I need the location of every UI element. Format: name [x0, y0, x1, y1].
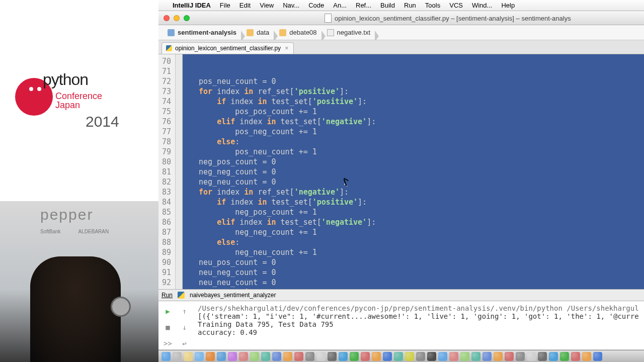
folder-icon [279, 29, 286, 36]
dock-app-icon[interactable] [339, 352, 348, 361]
window-titlebar: opinion_lexicon_sentiment_classifier.py … [158, 11, 644, 25]
menu-navigate[interactable]: Nav... [283, 2, 299, 9]
dock-app-icon[interactable] [527, 352, 536, 361]
minimize-window-button[interactable] [174, 15, 180, 21]
menu-build[interactable]: Build [380, 2, 395, 9]
breadcrumb-item[interactable]: sentiment-analysis [163, 29, 242, 36]
breadcrumb-label: sentiment-analysis [178, 29, 236, 36]
dock-app-icon[interactable] [460, 352, 469, 361]
breadcrumb-item[interactable]: negative.txt [322, 29, 376, 36]
dock-app-icon[interactable] [582, 352, 591, 361]
line-number: 77 [162, 127, 171, 137]
dock-app-icon[interactable] [383, 352, 392, 361]
dock-app-icon[interactable] [195, 352, 204, 361]
dock-app-icon[interactable] [593, 352, 602, 361]
line-number: 71 [162, 66, 171, 76]
dock-app-icon[interactable] [538, 352, 547, 361]
stop-button[interactable]: ■ [160, 320, 175, 334]
dock-app-icon[interactable] [162, 352, 171, 361]
rerun-button[interactable]: ▶ [160, 304, 175, 318]
dock-app-icon[interactable] [482, 352, 492, 361]
dock-app-icon[interactable] [372, 352, 381, 361]
code-editor[interactable]: 7071727374757677787980818283848586878889… [158, 54, 644, 289]
line-number: 78 [162, 137, 171, 147]
output-line: [({'stream': 1, "i've": 1, '#current....… [198, 312, 640, 320]
dock-app-icon[interactable] [516, 352, 525, 361]
macos-menubar: IntelliJ IDEA File Edit View Nav... Code… [158, 0, 644, 11]
menu-help[interactable]: Help [501, 2, 515, 9]
menu-run[interactable]: Run [404, 2, 416, 9]
dock-app-icon[interactable] [272, 352, 281, 361]
scroll-up-button[interactable]: ↑ [177, 304, 192, 318]
line-number: 74 [162, 97, 171, 107]
line-number: 80 [162, 157, 171, 167]
menu-view[interactable]: View [260, 2, 274, 9]
menu-refactor[interactable]: Ref... [356, 2, 371, 9]
code-line: for index in ref_set['positive']: [199, 86, 644, 97]
run-label[interactable]: Run [162, 292, 173, 299]
breadcrumb-item[interactable]: data [242, 29, 274, 36]
line-number: 89 [162, 247, 171, 257]
dock-app-icon[interactable] [505, 352, 514, 361]
breadcrumb-item[interactable]: debate08 [274, 29, 321, 36]
folder-icon [247, 29, 254, 36]
dock-app-icon[interactable] [217, 352, 226, 361]
dock-app-icon[interactable] [449, 352, 458, 361]
menu-tools[interactable]: Tools [425, 2, 440, 9]
console-prompt[interactable]: >> [160, 336, 175, 350]
code-area[interactable]: pos_neu_count = 0for index in ref_set['p… [183, 54, 644, 289]
dock-app-icon[interactable] [283, 352, 292, 361]
zoom-window-button[interactable] [184, 15, 190, 21]
code-line: pos_neg_count += 1 [199, 127, 644, 137]
run-tool-header[interactable]: Run naivebayes_sentiment_analyzer [158, 289, 644, 301]
menu-window[interactable]: Wind... [472, 2, 492, 9]
dock-app-icon[interactable] [471, 352, 480, 361]
dock-app-icon[interactable] [294, 352, 303, 361]
code-line: neg_neu_count = 0 [199, 177, 644, 187]
dock-app-icon[interactable] [494, 352, 503, 361]
fold-column[interactable] [176, 54, 183, 289]
dock-app-icon[interactable] [394, 352, 403, 361]
menu-file[interactable]: File [220, 2, 230, 9]
dock-app-icon[interactable] [416, 352, 425, 361]
menu-edit[interactable]: Edit [239, 2, 251, 9]
dock-app-icon[interactable] [305, 352, 314, 361]
close-window-button[interactable] [164, 15, 170, 21]
macos-dock [158, 350, 644, 362]
dock-app-icon[interactable] [361, 352, 370, 361]
conference-name: python [43, 70, 88, 89]
scroll-down-button[interactable]: ↓ [177, 320, 192, 334]
dock-app-icon[interactable] [549, 352, 558, 361]
dock-app-icon[interactable] [405, 352, 414, 361]
dock-app-icon[interactable] [571, 352, 580, 361]
close-tab-button[interactable]: × [284, 45, 289, 52]
dock-app-icon[interactable] [206, 352, 215, 361]
dock-app-icon[interactable] [350, 352, 359, 361]
dock-app-icon[interactable] [427, 352, 436, 361]
python-file-icon [166, 45, 172, 51]
editor-tab[interactable]: opinion_lexicon_sentiment_classifier.py … [162, 42, 294, 54]
dock-app-icon[interactable] [228, 352, 237, 361]
dock-app-icon[interactable] [239, 352, 248, 361]
menu-code[interactable]: Code [308, 2, 324, 9]
dock-app-icon[interactable] [250, 352, 259, 361]
run-output[interactable]: /Users/shekhargulati/dev/conferences/pyc… [194, 301, 644, 349]
text-file-icon [327, 29, 334, 36]
soft-wrap-button[interactable]: ↩ [177, 336, 192, 350]
menu-vcs[interactable]: VCS [449, 2, 463, 9]
dock-app-icon[interactable] [438, 352, 447, 361]
app-menu[interactable]: IntelliJ IDEA [173, 2, 211, 9]
dock-app-icon[interactable] [173, 352, 182, 361]
line-number: 83 [162, 187, 171, 197]
run-tool-window: ▶ ↑ ■ ↓ >> ↩ /Users/shekhargulati/dev/co… [158, 301, 644, 350]
output-line: /Users/shekhargulati/dev/conferences/pyc… [198, 304, 640, 312]
menu-analyze[interactable]: An... [333, 2, 347, 9]
dock-app-icon[interactable] [316, 352, 326, 361]
dock-app-icon[interactable] [560, 352, 569, 361]
conference-year: 2014 [86, 113, 119, 130]
dock-app-icon[interactable] [184, 352, 193, 361]
mouse-cursor-icon: ↖ [344, 179, 352, 187]
dock-app-icon[interactable] [261, 352, 270, 361]
code-line: elif index in test_set['negative']: [199, 117, 644, 127]
dock-app-icon[interactable] [328, 352, 337, 361]
